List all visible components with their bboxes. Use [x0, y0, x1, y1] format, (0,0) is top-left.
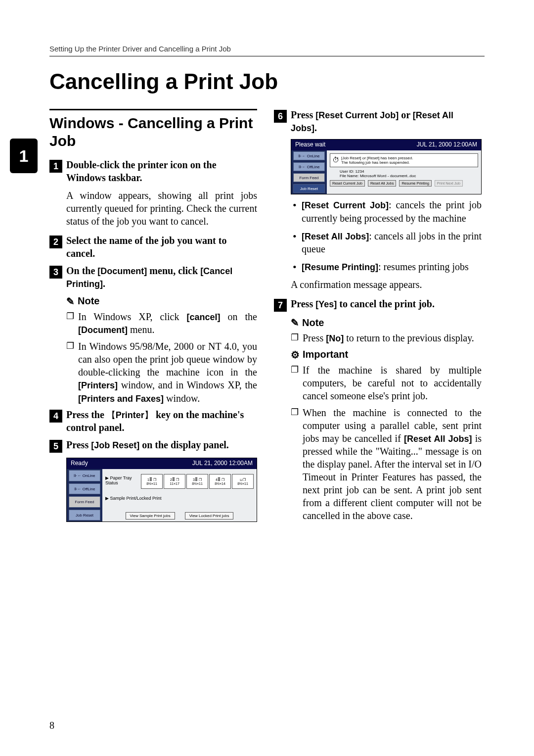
- screenshot-btn-offline: ⊪← OffLine: [69, 483, 100, 495]
- important-heading: Important: [291, 349, 482, 361]
- important-list: If the machine is shared by multiple com…: [291, 364, 482, 522]
- display-panel-screenshot-ready: Ready JUL 21, 2000 12:00AM ⊪← OnLine ⊪← …: [66, 458, 257, 522]
- text: .: [314, 122, 317, 133]
- screenshot-reset-current: Reset Current Job: [330, 180, 365, 187]
- text: 1≣ ❐: [147, 478, 156, 482]
- screenshot-user: User ID: 1234: [340, 169, 478, 174]
- note-list: In Windows XP, click [cancel] on the [Do…: [66, 310, 257, 405]
- ui-printers-faxes: [Printers and Faxes]: [78, 394, 164, 404]
- screenshot-main: ⏱ [Job Reset] or [Reset] has been presse…: [327, 150, 481, 194]
- content-columns: Windows - Cancelling a Print Job 1 Doubl…: [49, 109, 485, 526]
- screenshot-btn-formfeed: Form Feed: [69, 496, 100, 508]
- text: 8½×11: [237, 482, 248, 485]
- running-head: Setting Up the Printer Driver and Cancel…: [49, 45, 485, 56]
- text: window, and in Windows XP, the: [118, 379, 257, 390]
- note-heading: Note: [66, 295, 257, 307]
- step-5: 5 Press [Job Reset] on the display panel…: [49, 439, 257, 453]
- step-number-icon: 6: [274, 110, 287, 123]
- text: 8½×11: [146, 482, 157, 485]
- ui-yes: [Yes]: [315, 299, 337, 309]
- important-label: Important: [303, 349, 348, 360]
- text: on the display panel.: [139, 439, 229, 450]
- text: window.: [164, 393, 200, 404]
- pencil-icon: [66, 295, 75, 307]
- screenshot-main: ▶ Paper Tray Status 1≣ ❐8½×11 2≣ ❐11×17 …: [102, 469, 257, 521]
- tray-bypass: ⊔ ❐8½×11: [232, 474, 254, 489]
- text: 11×17: [170, 482, 179, 485]
- text: Press: [303, 332, 326, 343]
- step-1-para: A window appears, showing all print jobs…: [66, 189, 257, 228]
- step-4: 4 Press the 【Printer】 key on the machine…: [49, 409, 257, 434]
- pencil-icon: [291, 317, 299, 329]
- text: On the: [66, 265, 97, 276]
- screenshot-body: ⊪← OnLine ⊪← OffLine Form Feed Job Reset…: [291, 150, 481, 194]
- screenshot-reset-all: Reset All Jobs: [368, 180, 397, 187]
- screenshot-btn-jobreset: Job Reset: [69, 510, 100, 521]
- text: 4≣ ❐: [216, 478, 224, 482]
- dlg-line1: [Job Reset] or [Reset] has been pressed.: [341, 156, 413, 160]
- tray-1: 1≣ ❐8½×11: [141, 474, 163, 489]
- screenshot-btn-online: ⊪← OnLine: [69, 470, 100, 481]
- page-number: 8: [49, 720, 54, 731]
- important-item-1: If the machine is shared by multiple com…: [291, 364, 482, 402]
- side-tab: 1: [10, 139, 38, 173]
- text: : resumes printing jobs: [378, 261, 469, 272]
- important-item-2: When the machine is connected to the com…: [291, 406, 482, 522]
- text: ⊔ ❐: [240, 478, 246, 482]
- screenshot-linkbtns: View Sample Print jobs View Locked Print…: [102, 512, 257, 520]
- section-rule: [49, 109, 257, 110]
- screenshot-date: JUL 21, 2000 12:00AM: [417, 141, 477, 149]
- step-7-heading: Press [Yes] to cancel the print job.: [291, 298, 482, 311]
- text: is pressed while the "Waiting..." messag…: [303, 433, 482, 521]
- ui-reset-all: [Reset All Jobs]: [404, 434, 472, 444]
- text: to cancel the print job.: [337, 298, 435, 309]
- alert-icon: ⏱: [332, 156, 339, 164]
- text: Press: [291, 109, 315, 120]
- screenshot-status: Please wait: [295, 141, 325, 149]
- tray-2: 2≣ ❐11×17: [164, 474, 185, 489]
- text: Press: [66, 439, 91, 450]
- ui-reset-all: [Reset All Jobs]: [302, 232, 369, 241]
- text: .: [103, 278, 105, 289]
- text: 8½×14: [215, 482, 225, 485]
- text: 2≣ ❐: [170, 478, 179, 482]
- tray-4: 4≣ ❐8½×14: [209, 474, 231, 489]
- step-7: 7 Press [Yes] to cancel the print job.: [274, 298, 482, 312]
- screenshot-print-next: Print Next Job: [435, 180, 463, 187]
- ui-printers: [Printers]: [78, 380, 118, 390]
- bullet-resume: [Resume Printing]: resumes printing jobs: [291, 260, 482, 273]
- step-number-icon: 3: [49, 266, 62, 279]
- step-number-icon: 5: [49, 440, 62, 453]
- tray-3: 3≣ ❐8½×11: [186, 474, 208, 489]
- screenshot-sample-label: ▶ Sample Print/Locked Print: [105, 496, 254, 501]
- text: Press: [291, 298, 315, 309]
- step-6: 6 Press [Reset Current Job] or [Reset Al…: [274, 109, 482, 134]
- screenshot-button-row: Reset Current Job Reset All Jobs Resume …: [330, 180, 478, 187]
- bullet-reset-all: [Reset All Jobs]: cancels all jobs in th…: [291, 230, 482, 255]
- confirmation-para: A confirmation message appears.: [291, 278, 482, 291]
- step-4-heading: Press the 【Printer】 key on the machine's…: [66, 409, 257, 434]
- screenshot-resume: Resume Printing: [399, 180, 431, 187]
- reset-options-list: [Reset Current Job]: cancels the print j…: [291, 198, 482, 273]
- text: In Windows 95/98/Me, 2000 or NT 4.0, you…: [78, 341, 257, 378]
- ui-reset-current: [Reset Current Job]: [315, 110, 399, 120]
- note-label: Note: [302, 317, 324, 329]
- screenshot-dialog: ⏱ [Job Reset] or [Reset] has been presse…: [330, 153, 478, 167]
- screenshot-sidebar: ⊪← OnLine ⊪← OffLine Form Feed Job Reset: [291, 150, 327, 194]
- step-3: 3 On the [Document] menu, click [Cancel …: [49, 265, 257, 290]
- text: menu.: [128, 324, 154, 335]
- screenshot-filename: File Name: Microsoft Word - document..do…: [340, 174, 478, 178]
- step-5-heading: Press [Job Reset] on the display panel.: [66, 439, 257, 452]
- key-bracket-open: 【: [107, 410, 116, 420]
- screenshot-view-sample: View Sample Print jobs: [126, 512, 175, 520]
- dlg-line2: The following job has been suspended.: [341, 160, 413, 165]
- step-6-heading: Press [Reset Current Job] or [Reset All …: [291, 109, 482, 134]
- text: Press the: [66, 409, 107, 420]
- screenshot-btn-offline: ⊪← OffLine: [293, 162, 325, 171]
- ui-resume-printing: [Resume Printing]: [302, 262, 378, 272]
- screenshot-body: ⊪← OnLine ⊪← OffLine Form Feed Job Reset…: [67, 469, 257, 521]
- text: In Windows XP, click: [78, 311, 186, 322]
- page-title: Cancelling a Print Job: [49, 69, 485, 94]
- gear-icon: [291, 349, 300, 361]
- section-title-windows: Windows - Cancelling a Print Job: [49, 114, 257, 150]
